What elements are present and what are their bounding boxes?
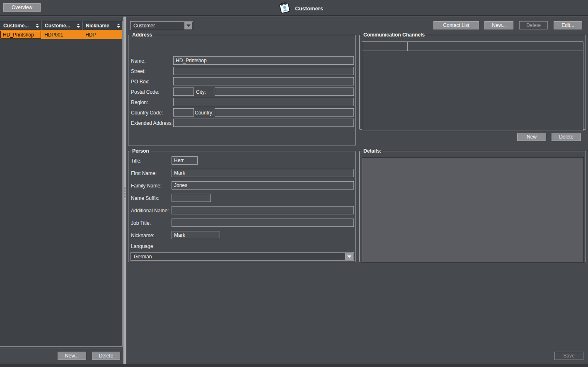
entity-type-value: Customer xyxy=(133,23,155,29)
city-field[interactable] xyxy=(215,87,354,96)
region-field[interactable] xyxy=(173,98,354,106)
street-field[interactable] xyxy=(173,67,354,75)
country-code-field[interactable] xyxy=(173,108,194,117)
street-label: Street: xyxy=(131,68,145,74)
top-bar: Overview Customers xyxy=(0,0,588,16)
edit-button[interactable]: Edit... xyxy=(554,21,582,29)
panel-splitter[interactable] xyxy=(123,17,126,364)
overview-button[interactable]: Overview xyxy=(3,3,41,12)
save-button[interactable]: Save xyxy=(554,352,583,360)
first-name-label: First Name: xyxy=(131,170,157,176)
details-group: Details: xyxy=(359,151,586,262)
po-box-field[interactable] xyxy=(173,77,354,85)
person-legend: Person xyxy=(131,148,151,154)
address-legend: Address xyxy=(131,32,154,38)
channel-type-column xyxy=(362,42,408,51)
column-header-customer-number[interactable]: Custome... xyxy=(41,21,82,30)
extended-address-label: Extended Address: xyxy=(131,120,173,126)
nickname-label: Nickname: xyxy=(131,233,155,238)
region-label: Region: xyxy=(131,100,148,105)
nickname-field[interactable] xyxy=(172,231,220,239)
details-legend: Details: xyxy=(362,148,383,154)
name-field[interactable] xyxy=(173,56,354,65)
cell-customer-name[interactable]: HD_Printshop xyxy=(0,30,41,39)
postal-code-label: Postal Code: xyxy=(131,89,160,95)
column-header-nickname[interactable]: Nickname xyxy=(82,21,122,30)
customer-delete-button[interactable]: Delete xyxy=(92,352,120,360)
name-label: Name: xyxy=(131,58,145,64)
communication-channels-table[interactable] xyxy=(362,41,583,131)
first-name-field[interactable] xyxy=(172,169,354,177)
postal-code-field[interactable] xyxy=(173,87,194,96)
channel-value-column xyxy=(408,42,583,51)
family-name-label: Family Name: xyxy=(131,183,162,189)
language-label: Language xyxy=(131,243,153,249)
delete-button[interactable]: Delete xyxy=(519,21,548,29)
language-value: German xyxy=(134,254,152,260)
additional-name-label: Additional Name: xyxy=(131,208,169,214)
additional-name-field[interactable] xyxy=(172,206,354,214)
channel-delete-button[interactable]: Delete xyxy=(552,133,581,141)
communication-channels-group: Communication Channels xyxy=(359,35,586,130)
job-title-field[interactable] xyxy=(172,219,354,227)
po-box-label: PO Box: xyxy=(131,79,150,85)
chevron-down-icon[interactable] xyxy=(184,22,192,29)
left-panel-divider xyxy=(0,348,123,348)
country-label: Country: xyxy=(195,110,213,116)
chevron-down-icon[interactable] xyxy=(345,253,353,260)
customer-new-button[interactable]: New... xyxy=(58,352,86,360)
cell-customer-number[interactable]: HDP001 xyxy=(41,30,82,39)
address-group: Address Name: Street: PO Box: Postal Cod… xyxy=(128,35,356,146)
details-textarea[interactable] xyxy=(362,157,584,262)
bottom-edge-strip xyxy=(0,364,588,367)
title-label: Title: xyxy=(131,158,142,164)
city-label: City: xyxy=(196,89,206,95)
job-title-label: Job Title: xyxy=(131,220,151,226)
family-name-field[interactable] xyxy=(172,181,354,190)
country-code-label: Country Code: xyxy=(131,110,163,116)
page-title: Customers xyxy=(295,5,323,12)
customer-list-header: Custome... Custome... Nickname xyxy=(0,21,122,30)
name-suffix-label: Name Suffix: xyxy=(131,195,159,201)
cell-nickname[interactable]: HDP xyxy=(82,30,122,39)
country-field[interactable] xyxy=(215,108,354,117)
customers-badge-icon xyxy=(278,1,291,15)
sort-icon[interactable] xyxy=(36,24,39,28)
name-suffix-field[interactable] xyxy=(172,194,211,202)
customer-list-table: Custome... Custome... Nickname HD_Prints… xyxy=(0,21,123,347)
sort-icon[interactable] xyxy=(117,24,120,28)
communication-channels-legend: Communication Channels xyxy=(362,32,426,38)
title-field[interactable] xyxy=(172,156,198,165)
sort-icon[interactable] xyxy=(77,24,80,28)
language-dropdown[interactable]: German xyxy=(131,252,354,261)
column-label: Nickname xyxy=(86,23,109,29)
person-group: Person Title: First Name: Family Name: N… xyxy=(128,151,356,262)
extended-address-field[interactable] xyxy=(173,119,354,127)
new-button[interactable]: New... xyxy=(484,21,513,29)
splitter-grip-icon xyxy=(124,187,126,197)
contact-list-button[interactable]: Contact List xyxy=(433,21,479,29)
column-label: Custome... xyxy=(3,23,29,29)
column-label: Custome... xyxy=(45,23,70,29)
table-row-selected[interactable]: HD_Printshop HDP001 HDP xyxy=(0,30,122,39)
entity-type-dropdown[interactable]: Customer xyxy=(130,21,193,30)
channel-new-button[interactable]: New xyxy=(517,133,546,141)
column-header-customer-name[interactable]: Custome... xyxy=(0,21,41,30)
communication-channels-header xyxy=(362,42,583,51)
